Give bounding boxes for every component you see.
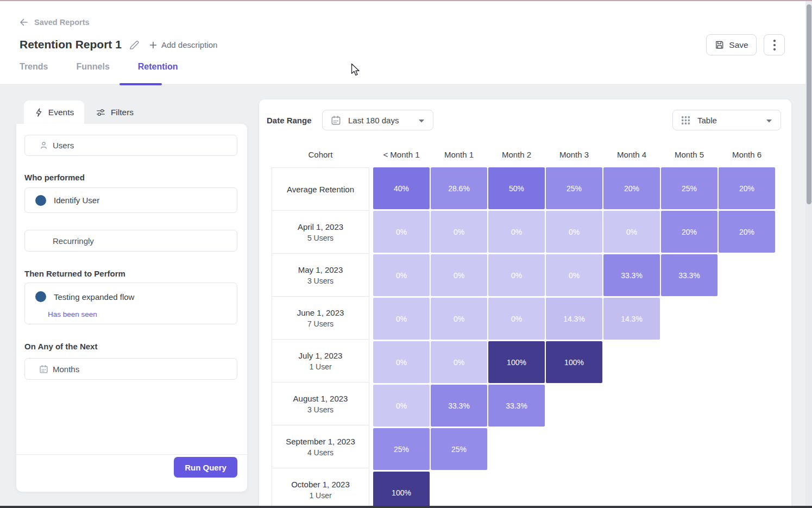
back-label: Saved Reports [34,18,90,27]
tab-funnels[interactable]: Funnels [76,62,109,81]
retention-cell[interactable]: 25% [546,167,602,209]
back-to-saved-reports[interactable]: Saved Reports [18,17,90,28]
cohort-label: August 1, 2023 [293,394,348,403]
retention-cell[interactable]: 0% [373,254,430,296]
column-header-cohort: Cohort [272,150,369,159]
retention-cell[interactable]: 33.3% [661,254,717,296]
tab-events[interactable]: Events [24,101,84,124]
birth-event-selector[interactable]: Identify User [24,187,237,213]
date-range-value: Last 180 days [348,116,399,125]
retention-cell[interactable]: 0% [373,341,430,383]
retention-cell[interactable]: 33.3% [431,385,487,427]
retention-cell[interactable]: 0% [431,298,487,340]
date-range-dropdown[interactable]: Last 180 days [322,110,433,130]
column-header: Month 2 [488,150,545,159]
return-condition-link[interactable]: Has been seen [48,310,97,318]
report-card: Date Range Last 180 days Table Cohort< M… [259,99,791,508]
app-header: Saved Reports Retention Report 1 Add des… [0,1,812,85]
interval-selector[interactable]: Months [24,358,237,380]
lightning-icon [34,108,43,117]
retention-cell[interactable]: 0% [488,254,545,296]
frequency-value: Recurringly [53,236,94,246]
retention-cell[interactable]: 100% [373,472,430,508]
cohort-user-count: 3 Users [307,277,333,285]
interval-value: Months [53,365,79,374]
who-performed-label: Who performed [24,173,85,182]
more-options-button[interactable] [764,34,785,55]
grid-icon [681,116,690,125]
birth-event-value: Identify User [54,196,99,205]
events-tab-label: Events [48,108,74,117]
cohort-user-count: 4 Users [307,448,333,457]
retention-cell[interactable]: 0% [546,211,602,253]
cohort-cell: August 1, 20233 Users [272,382,369,425]
view-selector-dropdown[interactable]: Table [672,110,781,130]
retention-cell[interactable]: 0% [373,211,430,253]
frequency-selector[interactable]: Recurringly [24,230,237,252]
column-header: Month 3 [545,150,603,159]
retention-cell[interactable]: 0% [488,298,545,340]
retention-cell[interactable]: 28.6% [431,167,487,209]
retention-cell[interactable]: 33.3% [603,254,660,296]
retention-cell[interactable]: 0% [603,211,660,253]
retention-cell[interactable]: 33.3% [488,385,545,427]
retention-cell[interactable]: 0% [431,254,487,296]
event-color-dot [35,291,46,302]
save-button[interactable]: Save [706,34,757,55]
edit-title-pencil-icon[interactable] [128,39,140,51]
retention-cell[interactable]: 25% [373,428,430,470]
retention-cell[interactable]: 0% [373,385,430,427]
retention-cell[interactable]: 20% [603,167,660,209]
window-top-strip [0,0,812,1]
users-selector-value: Users [53,141,74,150]
user-icon [39,141,48,150]
cohort-user-count: 7 Users [307,319,333,328]
retention-cell[interactable]: 100% [488,341,545,383]
retention-cell[interactable]: 0% [431,341,487,383]
vertical-scrollbar-thumb[interactable] [807,4,811,204]
retention-cell[interactable]: 25% [431,428,487,470]
on-any-of-next-label: On Any of the Next [24,342,97,351]
retention-cell[interactable]: 0% [488,211,545,253]
retention-cell[interactable]: 14.3% [546,298,602,340]
column-header: Month 5 [660,150,718,159]
tab-retention[interactable]: Retention [138,62,178,81]
add-description-button[interactable]: Add description [149,40,217,49]
return-event-selector[interactable]: Testing expanded flow Has been seen [24,283,237,324]
retention-cell[interactable]: 20% [719,167,775,209]
retention-row: 0%0%0%0%33.3%33.3% [373,254,719,296]
cohort-label: September 1, 2023 [286,437,355,446]
vertical-scrollbar-track[interactable] [805,1,812,508]
retention-cell[interactable]: 0% [373,298,430,340]
cohort-cell: July 1, 20231 User [272,339,369,382]
back-arrow-icon [18,17,29,28]
retention-cell[interactable]: 14.3% [603,298,660,340]
retention-cell[interactable]: 40% [373,167,430,209]
retention-cell[interactable]: 0% [431,211,487,253]
query-builder-panel: Users Who performed Identify User Recurr… [16,124,247,492]
users-selector[interactable]: Users [24,135,237,156]
retention-cell[interactable]: 20% [661,211,717,253]
retention-row: 0%33.3%33.3% [373,385,546,427]
retention-row: 0%0%0%0%0%20%20% [373,211,776,253]
tab-trends[interactable]: Trends [20,62,48,81]
retention-cell[interactable]: 20% [719,211,775,253]
retention-cell[interactable]: 25% [661,167,717,209]
retention-cell[interactable]: 100% [546,341,602,383]
cohort-user-count: 5 Users [307,234,333,242]
view-selector-value: Table [697,116,717,125]
cohort-cell: April 1, 20235 Users [272,210,369,254]
cohort-label: June 1, 2023 [297,308,344,317]
save-floppy-icon [714,40,725,50]
calendar-icon [39,365,48,374]
page-title: Retention Report 1 [20,38,122,51]
filters-tab-label: Filters [111,108,134,117]
cohort-label: October 1, 2023 [291,480,350,489]
run-query-button[interactable]: Run Query [174,457,237,478]
column-header: < Month 1 [373,150,430,159]
retention-cell[interactable]: 0% [546,254,602,296]
event-color-dot [35,195,46,206]
chevron-down-icon [766,120,772,123]
retention-cell[interactable]: 50% [488,167,545,209]
tab-filters[interactable]: Filters [89,101,141,124]
